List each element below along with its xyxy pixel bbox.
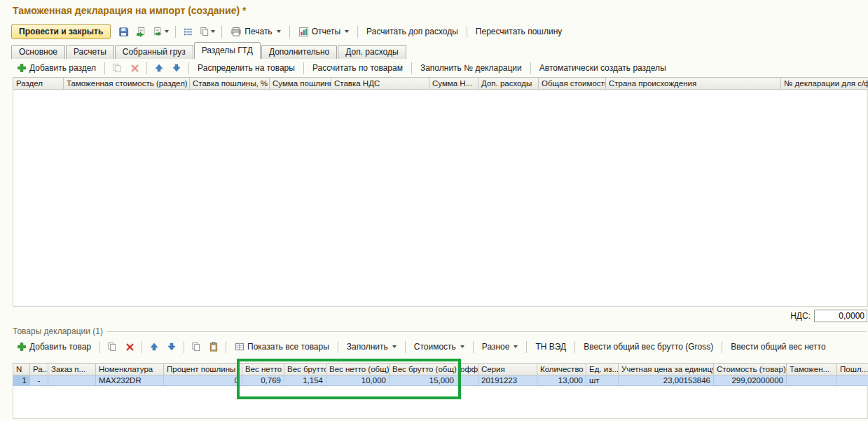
tab-dopolnitelno[interactable]: Дополнительно — [261, 45, 337, 59]
tab-strip: Основное Расчеты Собранный груз Разделы … — [0, 42, 868, 59]
show-all-goods-button[interactable]: Показать все товары — [230, 339, 333, 354]
sections-table-body[interactable] — [13, 90, 868, 307]
copy-to-clipboard-button[interactable] — [188, 339, 204, 354]
column-header[interactable]: Ставка пошлины, % — [190, 78, 270, 90]
column-header[interactable]: Страна происхождения — [606, 78, 781, 90]
calc-additional-expenses-button[interactable]: Расчитать доп расходы — [362, 24, 462, 39]
paste-from-clipboard-button[interactable] — [206, 339, 221, 354]
column-header[interactable]: Вес брутто — [284, 364, 326, 375]
vat-input[interactable] — [814, 310, 867, 322]
create-based-on-button[interactable] — [198, 24, 217, 39]
column-header[interactable]: Учетная цена за единицу — [619, 364, 714, 375]
toolbar-separator — [104, 62, 105, 74]
sections-header-row: Раздел Таможенная стоимость (раздел) Ста… — [13, 78, 868, 90]
structure-button[interactable] — [180, 24, 195, 39]
sections-toolbar: Добавить раздел Распределить на товары Р… — [0, 59, 868, 77]
cell-row-number[interactable]: 1 — [13, 375, 30, 386]
cell-coeff[interactable] — [457, 375, 478, 386]
column-header[interactable]: Серия — [478, 364, 537, 375]
tab-razdely-gtd[interactable]: Разделы ГТД — [194, 42, 261, 59]
column-header[interactable]: Ра... — [30, 364, 48, 375]
post-document-icon — [136, 27, 146, 37]
copy-item-button[interactable] — [104, 339, 120, 354]
column-header[interactable]: Вес нетто (общ) — [326, 364, 390, 375]
column-header[interactable]: Вес нетто — [242, 364, 284, 375]
column-header[interactable]: Стоимость (товар) — [714, 364, 787, 375]
toolbar-separator — [184, 341, 184, 353]
delete-section-button[interactable] — [127, 60, 142, 76]
misc-menu-button[interactable]: Разное — [478, 339, 523, 354]
dropdown-caret-icon — [460, 345, 464, 348]
move-item-up-button[interactable] — [146, 339, 162, 354]
fill-menu-button[interactable]: Заполнить — [343, 339, 401, 354]
table-row[interactable]: 1 - MAX232DR 0 0,769 1,154 10,000 15,000… — [13, 375, 868, 386]
column-header[interactable]: Таможен... — [787, 364, 837, 375]
cell-nomenclature[interactable]: MAX232DR — [96, 375, 164, 386]
cell-customs[interactable] — [787, 375, 837, 386]
tab-sobranny-gruz[interactable]: Собранный груз — [115, 45, 193, 59]
auto-create-sections-button[interactable]: Автоматически создать разделы — [535, 60, 670, 76]
column-header[interactable]: Сумма пошлины — [270, 78, 331, 90]
calculate-by-goods-button[interactable]: Рассчитать по товарам — [308, 60, 407, 76]
column-header[interactable]: Номенклатура — [96, 364, 164, 375]
column-header[interactable]: Сумма Н... — [429, 78, 478, 90]
cell-duty[interactable] — [837, 375, 868, 386]
add-item-button[interactable]: Добавить товар — [13, 339, 95, 354]
cell-net-weight[interactable]: 0,769 — [242, 375, 284, 386]
post-document-button[interactable] — [133, 24, 149, 39]
copy-icon — [112, 63, 122, 73]
tab-osnovnoe[interactable]: Основное — [11, 45, 65, 59]
column-header[interactable]: Количество — [537, 364, 586, 375]
recalculate-duty-button[interactable]: Пересчитать пошлину — [471, 24, 566, 39]
column-header[interactable]: Таможенная стоимость (раздел) — [64, 78, 190, 90]
cell-section[interactable]: - — [30, 375, 48, 386]
cell-series[interactable]: 20191223 — [478, 375, 537, 386]
cell-unit-price[interactable]: 23,00153846 — [619, 375, 714, 386]
cell-order[interactable] — [48, 375, 96, 386]
column-header[interactable]: Процент пошлины — [164, 364, 242, 375]
post-menu-icon — [153, 27, 163, 37]
distribute-to-goods-button[interactable]: Распределить на товары — [193, 60, 299, 76]
fill-declaration-number-button[interactable]: Заполнить № декларации — [416, 60, 526, 76]
cell-gross-weight-total[interactable]: 15,000 — [390, 375, 457, 386]
move-item-down-button[interactable] — [164, 339, 179, 354]
add-section-button[interactable]: Добавить раздел — [13, 60, 100, 76]
cost-menu-button[interactable]: Стоимость — [410, 339, 469, 354]
save-button[interactable] — [116, 24, 131, 39]
tab-raschety[interactable]: Расчеты — [66, 45, 114, 59]
post-menu-button[interactable] — [151, 24, 171, 39]
delete-item-button[interactable] — [122, 339, 137, 354]
move-section-down-button[interactable] — [169, 60, 184, 76]
column-header[interactable]: № декларации для с/ф — [781, 78, 868, 90]
column-header[interactable]: Пошл... — [837, 364, 868, 375]
column-header[interactable]: Заказ п... — [48, 364, 96, 375]
tab-dop-raskhody[interactable]: Доп. расходы — [338, 45, 406, 59]
cell-gross-weight[interactable]: 1,154 — [284, 375, 326, 386]
reports-button[interactable]: Отчеты — [294, 24, 353, 39]
cell-cost[interactable]: 299,02000000 — [714, 375, 787, 386]
reports-label: Отчеты — [312, 27, 340, 36]
copy-section-button[interactable] — [109, 60, 125, 76]
column-header[interactable]: Ед. из... — [586, 364, 619, 375]
cell-net-weight-total[interactable]: 10,000 — [326, 375, 390, 386]
column-header[interactable]: Раздел — [13, 78, 64, 90]
enter-total-net-button[interactable]: Ввести общий вес нетто — [726, 339, 829, 354]
column-header[interactable]: N — [13, 364, 30, 375]
column-header[interactable]: Общая стоимость — [539, 78, 606, 90]
move-section-up-button[interactable] — [151, 60, 167, 76]
tn-ved-button[interactable]: ТН ВЭД — [531, 339, 570, 354]
cell-unit[interactable]: шт — [586, 375, 619, 386]
toolbar-separator — [338, 341, 338, 353]
column-header[interactable]: Доп. расходы — [478, 78, 539, 90]
goods-table-body[interactable] — [13, 386, 868, 419]
column-header[interactable]: Ставка НДС — [331, 78, 429, 90]
print-button[interactable]: Печать — [226, 24, 284, 39]
column-header[interactable]: офф — [457, 364, 478, 375]
post-and-close-button[interactable]: Провести и закрыть — [11, 24, 111, 39]
enter-total-gross-button[interactable]: Ввести общий вес брутто (Gross) — [579, 339, 717, 354]
cell-quantity[interactable]: 13,000 — [537, 375, 586, 386]
cell-duty-percent[interactable]: 0 — [164, 375, 242, 386]
save-icon — [118, 27, 129, 37]
column-header[interactable]: Вес брутто (общ) — [390, 364, 457, 375]
group-divider-line — [107, 331, 867, 332]
